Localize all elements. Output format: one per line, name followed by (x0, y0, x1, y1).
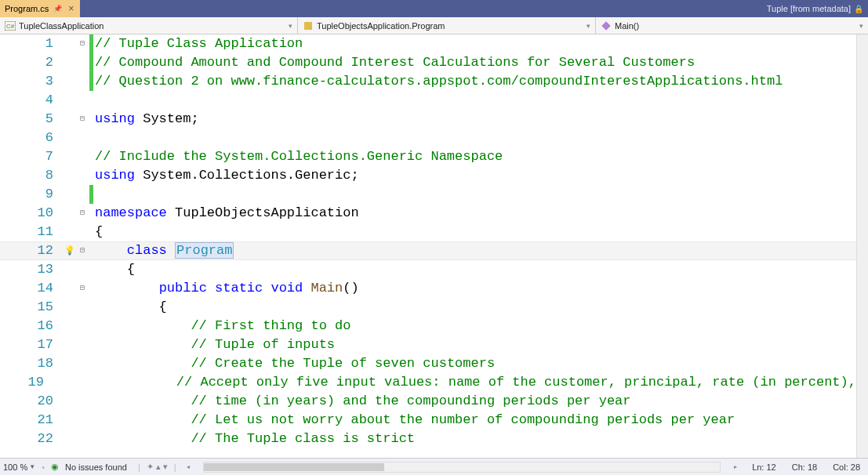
code-text[interactable]: public static void Main() (93, 279, 359, 298)
line-number: 16 (0, 317, 64, 335)
code-text[interactable]: using System.Collections.Generic; (93, 166, 359, 185)
col-indicator: Col: 28 (828, 462, 865, 472)
line-number: 1 (0, 34, 64, 53)
metadata-text: Tuple [from metadata] (767, 4, 851, 13)
line-number: 18 (0, 354, 64, 373)
scroll-right-icon[interactable]: ▸ (730, 463, 741, 470)
code-line[interactable]: 3// Question 2 on www.finance-calculator… (0, 72, 856, 91)
method-name: Main() (615, 21, 639, 31)
line-number: 17 (0, 335, 64, 354)
navigation-bar: C# TupleClassApplication ▾ TupleObjectsA… (0, 17, 868, 34)
code-line[interactable]: 9 (0, 185, 856, 204)
code-text[interactable]: // Tuple Class Application (93, 34, 303, 53)
line-number: 8 (0, 166, 64, 185)
issues-label: No issues found (65, 462, 127, 472)
code-text[interactable]: // Include the System.Collections.Generi… (93, 147, 503, 166)
code-line[interactable]: 8using System.Collections.Generic; (0, 166, 856, 185)
error-nav[interactable]: ✦ ▴ ▾ (147, 462, 168, 472)
code-text[interactable]: { (93, 298, 167, 317)
fold-toggle[interactable]: ⊟ (75, 279, 89, 298)
project-dropdown[interactable]: C# TupleClassApplication ▾ (0, 17, 298, 34)
line-number: 10 (0, 204, 64, 223)
code-line[interactable]: 1⊟// Tuple Class Application (0, 34, 856, 53)
line-number: 20 (0, 392, 64, 411)
code-text[interactable]: using System; (93, 110, 199, 129)
code-line[interactable]: 17 // Tuple of inputs (0, 335, 856, 354)
line-number: 6 (0, 129, 64, 147)
change-indicator (89, 185, 93, 204)
code-line[interactable]: 22 // The Tuple class is strict (0, 430, 856, 448)
svg-rect-3 (601, 21, 610, 30)
code-text[interactable]: // Let us not worry about the number of … (93, 411, 735, 430)
code-text[interactable]: // First thing to do (93, 317, 350, 335)
chevron-down-icon: ▾ (859, 22, 863, 30)
line-number: 7 (0, 147, 64, 166)
line-number: 9 (0, 185, 64, 204)
code-line[interactable]: 15 { (0, 298, 856, 317)
chevron-down-icon: ▼ (29, 463, 35, 470)
metadata-label: Tuple [from metadata] 🔒 (762, 0, 868, 17)
code-editor[interactable]: 1⊟// Tuple Class Application2// Compound… (0, 34, 868, 458)
code-line[interactable]: 5⊟using System; (0, 110, 856, 129)
fold-toggle[interactable]: ⊟ (75, 204, 89, 223)
check-icon: ◉ (51, 462, 59, 472)
line-number: 11 (0, 223, 64, 241)
line-number: 2 (0, 53, 64, 72)
status-bar: 100 % ▼ • ◉ No issues found | ✦ ▴ ▾ | ◂ … (0, 458, 868, 475)
pin-icon[interactable]: 📌 (53, 5, 62, 13)
code-line[interactable]: 18 // Create the Tuple of seven customer… (0, 354, 856, 373)
lightbulb-icon[interactable]: 💡 (64, 241, 75, 260)
code-line[interactable]: 2// Compound Amount and Compound Interes… (0, 53, 856, 72)
char-indicator: Ch: 18 (787, 462, 822, 472)
method-dropdown[interactable]: Main() ▾ (596, 17, 868, 34)
csharp-icon: C# (5, 21, 16, 31)
scroll-thumb[interactable] (204, 463, 384, 471)
code-text[interactable]: // The Tuple class is strict (93, 430, 415, 448)
scroll-left-icon[interactable]: ◂ (183, 463, 194, 470)
code-line[interactable]: 11{ (0, 223, 856, 241)
close-icon[interactable]: × (67, 3, 75, 14)
svg-text:C#: C# (6, 23, 15, 30)
code-text[interactable]: { (93, 260, 135, 279)
class-dropdown[interactable]: TupleObjectsApplication.Program ▾ (298, 17, 596, 34)
line-indicator: Ln: 12 (747, 462, 781, 472)
code-line[interactable]: 21 // Let us not worry about the number … (0, 411, 856, 430)
fold-toggle[interactable]: ⊟ (75, 241, 89, 260)
horizontal-scrollbar[interactable] (203, 462, 721, 473)
change-indicator (89, 129, 93, 147)
code-line[interactable]: 12💡⊟ class Program (0, 241, 856, 260)
fold-toggle[interactable]: ⊟ (75, 110, 89, 129)
code-text[interactable]: // Question 2 on www.finance-calculators… (93, 72, 783, 91)
code-line[interactable]: 7// Include the System.Collections.Gener… (0, 147, 856, 166)
code-line[interactable]: 16 // First thing to do (0, 317, 856, 335)
line-number: 21 (0, 411, 64, 430)
vertical-scrollbar[interactable] (856, 34, 868, 458)
code-text[interactable]: // Create the Tuple of seven customers (93, 354, 495, 373)
code-line[interactable]: 4 (0, 91, 856, 110)
line-number: 12 (0, 241, 64, 260)
code-text[interactable]: // time (in years) and the compounding p… (93, 392, 631, 411)
file-tab[interactable]: Program.cs 📌 × (0, 0, 80, 17)
code-line[interactable]: 6 (0, 129, 856, 147)
code-text[interactable]: // Accept only five input values: name o… (78, 373, 856, 392)
code-text[interactable]: class Program (93, 241, 234, 260)
code-line[interactable]: 14⊟ public static void Main() (0, 279, 856, 298)
line-number: 15 (0, 298, 64, 317)
line-number: 19 (0, 373, 55, 392)
code-line[interactable]: 10⊟namespace TupleObjectsApplication (0, 204, 856, 223)
zoom-dropdown[interactable]: 100 % ▼ (3, 462, 35, 472)
code-line[interactable]: 20 // time (in years) and the compoundin… (0, 392, 856, 411)
line-number: 14 (0, 279, 64, 298)
fold-toggle[interactable]: ⊟ (75, 34, 89, 53)
code-line[interactable]: 19 // Accept only five input values: nam… (0, 373, 856, 392)
code-line[interactable]: 13 { (0, 260, 856, 279)
code-text[interactable]: namespace TupleObjectsApplication (93, 204, 359, 223)
code-text[interactable]: // Tuple of inputs (93, 335, 335, 354)
code-text[interactable]: { (93, 223, 103, 241)
lock-icon: 🔒 (854, 5, 863, 13)
class-name: TupleObjectsApplication.Program (317, 21, 445, 31)
tab-bar: Program.cs 📌 × Tuple [from metadata] 🔒 (0, 0, 868, 17)
tab-title: Program.cs (5, 4, 49, 13)
line-number: 22 (0, 430, 64, 448)
code-text[interactable]: // Compound Amount and Compound Interest… (93, 53, 695, 72)
